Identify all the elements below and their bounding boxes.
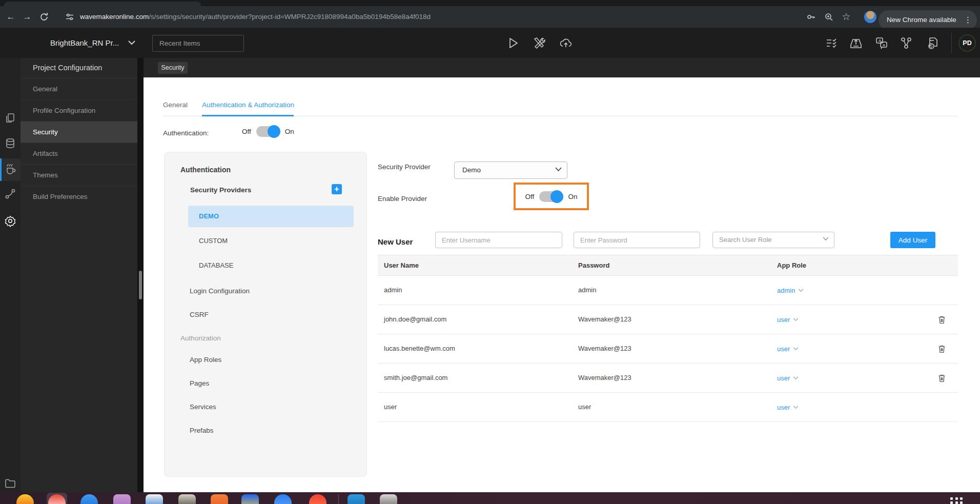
cloud-upload-icon[interactable] [559, 36, 573, 50]
nav-csrf[interactable]: CSRF [190, 303, 366, 327]
delete-user-icon[interactable] [937, 374, 946, 382]
nav-pages[interactable]: Pages [190, 372, 366, 395]
role-dropdown[interactable]: user [777, 305, 799, 334]
add-user-button[interactable]: Add User [890, 232, 935, 248]
version-branch-icon[interactable] [899, 36, 913, 50]
delete-user-icon[interactable] [937, 315, 946, 324]
browser-tab-strip [0, 0, 980, 6]
sidebar-item-general[interactable]: General [21, 78, 137, 99]
taskbar-app-help-app-icon[interactable] [274, 494, 292, 504]
role-dropdown[interactable]: user [777, 334, 799, 364]
site-settings-icon[interactable] [65, 12, 75, 22]
role-chevron-down-icon[interactable] [793, 376, 799, 380]
pages-icon[interactable] [4, 112, 16, 125]
enable-provider-toggle-switch[interactable] [539, 191, 563, 202]
cell-username: lucas.benette@wm.com [384, 334, 455, 363]
checklist-icon[interactable] [824, 36, 839, 50]
browser-menu-icon[interactable]: ⋮ [964, 10, 972, 30]
taskbar-app-red-browser-icon[interactable] [309, 494, 326, 504]
user-avatar[interactable]: PD [958, 34, 976, 52]
settings-gear-icon[interactable] [4, 215, 16, 227]
taskbar-app-terminal-icon[interactable] [380, 494, 397, 504]
role-dropdown[interactable]: user [777, 393, 799, 422]
table-row: useruseruser [378, 393, 958, 422]
authentication-toggle-switch[interactable] [256, 126, 280, 137]
role-chevron-down-icon[interactable] [793, 406, 799, 409]
nav-login-configuration[interactable]: Login Configuration [190, 279, 366, 303]
password-input[interactable] [574, 232, 700, 248]
taskbar-app-flame-app-icon[interactable] [16, 494, 34, 504]
provider-database[interactable]: DATABASE [188, 255, 354, 276]
browser-profile-avatar[interactable] [864, 11, 876, 23]
nav-prefabs[interactable]: Prefabs [190, 419, 366, 442]
chevron-down-icon [823, 237, 829, 241]
bookmark-star-icon[interactable]: ☆ [840, 6, 853, 28]
col-app-role: App Role [777, 255, 806, 276]
sidebar-item-security[interactable]: Security [21, 121, 137, 143]
cell-username: john.doe@gmail.com [384, 305, 446, 334]
delete-user-icon[interactable] [937, 345, 946, 353]
show-applications-icon[interactable] [950, 497, 964, 504]
role-chevron-down-icon[interactable] [793, 318, 799, 321]
table-row: smith.joe@gmail.comWavemaker@123user [378, 364, 958, 393]
project-configuration-sidebar: Project Configuration GeneralProfile Con… [21, 58, 137, 492]
security-nav-card: AuthenticationSecurity Providers+DEMOCUS… [164, 152, 367, 477]
taskbar-app-software-store-icon[interactable] [211, 494, 228, 504]
taskbar-app-code-editor-icon[interactable] [241, 494, 259, 504]
provider-custom[interactable]: CUSTOM [188, 230, 354, 252]
nav-app-roles[interactable]: App Roles [190, 348, 366, 372]
taskbar-app-sail-app-icon[interactable] [348, 494, 365, 504]
taskbar-separator [338, 494, 339, 504]
tab-general[interactable]: General [163, 101, 188, 109]
run-app-icon[interactable] [505, 36, 520, 50]
cell-password: Wavemaker@123 [578, 334, 631, 363]
tab-authentication-authorization[interactable]: Authentication & Authorization [202, 101, 294, 109]
forward-icon[interactable]: → [21, 6, 34, 28]
chevron-down-icon [555, 167, 562, 172]
translate-icon[interactable]: A a [874, 36, 889, 50]
username-input[interactable] [435, 232, 562, 248]
deploy-icon[interactable] [849, 36, 863, 50]
apis-icon[interactable] [4, 188, 16, 200]
address-bar[interactable]: wavemakeronline.com/s/settings/security/… [80, 6, 431, 28]
project-name[interactable]: BrightBank_RN Pr... [50, 28, 119, 58]
taskbar-app-camera-app-icon[interactable] [178, 494, 196, 504]
role-chevron-down-icon[interactable] [798, 289, 804, 292]
database-icon[interactable] [4, 137, 16, 150]
sidebar-item-artifacts[interactable]: Artifacts [21, 143, 137, 164]
sidebar-item-build-preferences[interactable]: Build Preferences [21, 186, 137, 207]
main-content: Security General Authentication & Author… [144, 58, 980, 492]
sidebar-item-themes[interactable]: Themes [21, 164, 137, 186]
authentication-toggle: Off On [242, 126, 294, 137]
back-icon[interactable]: ← [4, 6, 17, 28]
folder-icon[interactable] [4, 477, 16, 490]
wavemaker-header: BrightBank_RN Pr... Recent Items A a [0, 28, 980, 58]
user-role-select[interactable]: Search User Role [712, 232, 834, 248]
browser-active-tab[interactable] [4, 2, 201, 6]
scrollbar-thumb[interactable] [139, 271, 142, 299]
project-chevron-down-icon[interactable] [128, 41, 135, 45]
zoom-icon[interactable] [824, 12, 834, 22]
recent-items-dropdown[interactable]: Recent Items [152, 35, 244, 52]
role-dropdown[interactable]: admin [777, 276, 804, 305]
nav-services[interactable]: Services [190, 395, 366, 419]
file-sync-icon[interactable] [926, 36, 940, 50]
provider-demo[interactable]: DEMO [188, 206, 354, 227]
taskbar-app-thunderbird-icon[interactable] [80, 494, 98, 504]
add-provider-button[interactable]: + [332, 184, 342, 194]
col-password: Password [578, 255, 609, 276]
taskbar-app-writer-doc-icon[interactable] [146, 494, 163, 504]
build-tools-icon[interactable] [532, 36, 546, 50]
role-dropdown[interactable]: user [777, 364, 799, 393]
toggle-on-label: On [285, 128, 294, 135]
security-provider-select[interactable]: Demo [454, 162, 567, 179]
role-chevron-down-icon[interactable] [793, 347, 799, 351]
password-key-icon[interactable] [806, 12, 816, 22]
security-provider-label: Security Provider [378, 163, 431, 171]
sidebar-item-profile-configuration[interactable]: Profile Configuration [21, 99, 137, 121]
reload-icon[interactable] [39, 12, 49, 22]
nav-security-providers[interactable]: Security Providers+ [190, 186, 366, 200]
taskbar-app-files-folder-icon[interactable] [113, 494, 131, 504]
editor-tab-security[interactable]: Security [158, 62, 188, 74]
new-chrome-available-button[interactable]: New Chrome available ⋮ [879, 10, 977, 30]
